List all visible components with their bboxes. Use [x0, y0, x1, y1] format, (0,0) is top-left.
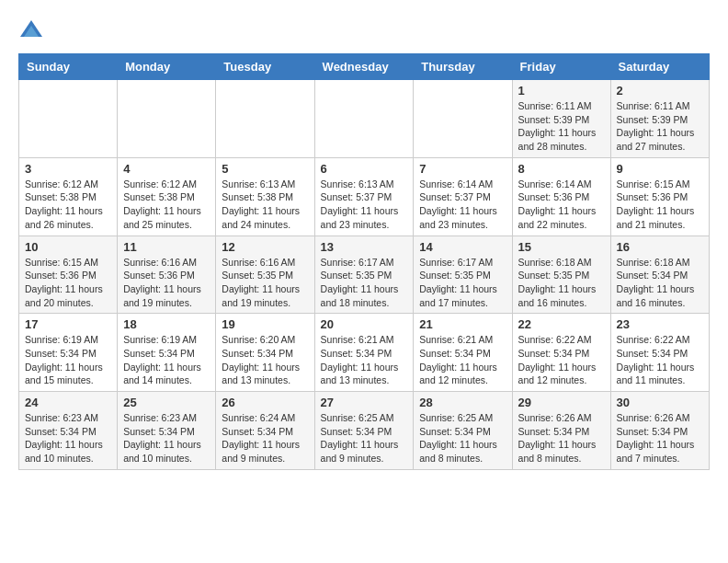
day-detail: Sunrise: 6:18 AM Sunset: 5:34 PM Dayligh… — [617, 256, 703, 310]
calendar-day-12: 12Sunrise: 6:16 AM Sunset: 5:35 PM Dayli… — [216, 236, 314, 314]
day-detail: Sunrise: 6:17 AM Sunset: 5:35 PM Dayligh… — [419, 256, 506, 310]
day-number: 8 — [518, 162, 605, 176]
calendar-day-15: 15Sunrise: 6:18 AM Sunset: 5:35 PM Dayli… — [512, 236, 610, 314]
day-detail: Sunrise: 6:14 AM Sunset: 5:37 PM Dayligh… — [419, 178, 506, 232]
day-detail: Sunrise: 6:24 AM Sunset: 5:34 PM Dayligh… — [222, 411, 308, 465]
calendar-empty-cell — [19, 80, 118, 158]
day-number: 9 — [617, 162, 703, 176]
calendar-day-1: 1Sunrise: 6:11 AM Sunset: 5:39 PM Daylig… — [512, 80, 610, 158]
calendar-day-2: 2Sunrise: 6:11 AM Sunset: 5:39 PM Daylig… — [610, 80, 709, 158]
calendar-table: SundayMondayTuesdayWednesdayThursdayFrid… — [18, 53, 710, 470]
calendar-empty-cell — [216, 80, 314, 158]
calendar-week-row: 10Sunrise: 6:15 AM Sunset: 5:36 PM Dayli… — [19, 236, 710, 314]
day-number: 19 — [222, 317, 308, 331]
day-detail: Sunrise: 6:25 AM Sunset: 5:34 PM Dayligh… — [321, 411, 408, 465]
day-detail: Sunrise: 6:12 AM Sunset: 5:38 PM Dayligh… — [25, 178, 111, 232]
calendar-day-21: 21Sunrise: 6:21 AM Sunset: 5:34 PM Dayli… — [414, 314, 512, 392]
day-number: 21 — [419, 317, 506, 331]
day-number: 11 — [123, 240, 210, 254]
day-detail: Sunrise: 6:21 AM Sunset: 5:34 PM Dayligh… — [419, 333, 506, 387]
day-number: 23 — [617, 317, 703, 331]
calendar-day-23: 23Sunrise: 6:22 AM Sunset: 5:34 PM Dayli… — [610, 314, 709, 392]
logo-icon — [18, 18, 44, 44]
day-detail: Sunrise: 6:14 AM Sunset: 5:36 PM Dayligh… — [518, 178, 605, 232]
logo — [18, 18, 50, 44]
calendar-day-26: 26Sunrise: 6:24 AM Sunset: 5:34 PM Dayli… — [216, 392, 314, 470]
calendar-day-10: 10Sunrise: 6:15 AM Sunset: 5:36 PM Dayli… — [19, 236, 118, 314]
calendar-empty-cell — [414, 80, 512, 158]
day-number: 2 — [617, 84, 703, 98]
calendar-day-11: 11Sunrise: 6:16 AM Sunset: 5:36 PM Dayli… — [118, 236, 216, 314]
day-number: 22 — [518, 317, 605, 331]
day-detail: Sunrise: 6:26 AM Sunset: 5:34 PM Dayligh… — [518, 411, 605, 465]
day-number: 29 — [518, 396, 605, 409]
calendar-day-4: 4Sunrise: 6:12 AM Sunset: 5:38 PM Daylig… — [118, 157, 216, 236]
calendar-week-row: 17Sunrise: 6:19 AM Sunset: 5:34 PM Dayli… — [19, 314, 710, 392]
day-number: 3 — [25, 162, 111, 176]
calendar-day-14: 14Sunrise: 6:17 AM Sunset: 5:35 PM Dayli… — [414, 236, 512, 314]
day-number: 27 — [321, 396, 408, 409]
day-detail: Sunrise: 6:19 AM Sunset: 5:34 PM Dayligh… — [123, 333, 210, 387]
day-detail: Sunrise: 6:22 AM Sunset: 5:34 PM Dayligh… — [617, 333, 703, 387]
day-detail: Sunrise: 6:20 AM Sunset: 5:34 PM Dayligh… — [222, 333, 308, 387]
day-detail: Sunrise: 6:26 AM Sunset: 5:34 PM Dayligh… — [617, 411, 703, 465]
day-number: 18 — [123, 317, 210, 331]
day-detail: Sunrise: 6:21 AM Sunset: 5:34 PM Dayligh… — [321, 333, 408, 387]
day-number: 25 — [123, 396, 210, 409]
day-number: 10 — [25, 240, 111, 254]
day-detail: Sunrise: 6:17 AM Sunset: 5:35 PM Dayligh… — [321, 256, 408, 310]
day-number: 14 — [419, 240, 506, 254]
day-number: 13 — [321, 240, 408, 254]
weekday-header-friday: Friday — [512, 54, 610, 80]
calendar-day-16: 16Sunrise: 6:18 AM Sunset: 5:34 PM Dayli… — [610, 236, 709, 314]
calendar-day-18: 18Sunrise: 6:19 AM Sunset: 5:34 PM Dayli… — [118, 314, 216, 392]
calendar-week-row: 24Sunrise: 6:23 AM Sunset: 5:34 PM Dayli… — [19, 392, 710, 470]
calendar-day-24: 24Sunrise: 6:23 AM Sunset: 5:34 PM Dayli… — [19, 392, 118, 470]
day-number: 30 — [617, 396, 703, 409]
day-detail: Sunrise: 6:16 AM Sunset: 5:35 PM Dayligh… — [222, 256, 308, 310]
weekday-header-saturday: Saturday — [610, 54, 709, 80]
calendar-day-17: 17Sunrise: 6:19 AM Sunset: 5:34 PM Dayli… — [19, 314, 118, 392]
weekday-header-row: SundayMondayTuesdayWednesdayThursdayFrid… — [19, 54, 710, 80]
day-number: 6 — [321, 162, 408, 176]
day-detail: Sunrise: 6:25 AM Sunset: 5:34 PM Dayligh… — [419, 411, 506, 465]
day-number: 15 — [518, 240, 605, 254]
day-detail: Sunrise: 6:18 AM Sunset: 5:35 PM Dayligh… — [518, 256, 605, 310]
day-detail: Sunrise: 6:22 AM Sunset: 5:34 PM Dayligh… — [518, 333, 605, 387]
calendar-day-19: 19Sunrise: 6:20 AM Sunset: 5:34 PM Dayli… — [216, 314, 314, 392]
weekday-header-thursday: Thursday — [414, 54, 512, 80]
day-detail: Sunrise: 6:13 AM Sunset: 5:38 PM Dayligh… — [222, 178, 308, 232]
day-number: 20 — [321, 317, 408, 331]
day-number: 16 — [617, 240, 703, 254]
calendar-empty-cell — [314, 80, 414, 158]
day-number: 17 — [25, 317, 111, 331]
day-detail: Sunrise: 6:15 AM Sunset: 5:36 PM Dayligh… — [617, 178, 703, 232]
calendar-day-28: 28Sunrise: 6:25 AM Sunset: 5:34 PM Dayli… — [414, 392, 512, 470]
calendar-day-6: 6Sunrise: 6:13 AM Sunset: 5:37 PM Daylig… — [314, 157, 414, 236]
day-number: 28 — [419, 396, 506, 409]
page-header — [18, 18, 710, 44]
calendar-week-row: 1Sunrise: 6:11 AM Sunset: 5:39 PM Daylig… — [19, 80, 710, 158]
weekday-header-monday: Monday — [118, 54, 216, 80]
day-detail: Sunrise: 6:11 AM Sunset: 5:39 PM Dayligh… — [518, 99, 605, 154]
day-detail: Sunrise: 6:23 AM Sunset: 5:34 PM Dayligh… — [123, 411, 210, 465]
day-detail: Sunrise: 6:16 AM Sunset: 5:36 PM Dayligh… — [123, 256, 210, 310]
day-number: 5 — [222, 162, 308, 176]
day-detail: Sunrise: 6:19 AM Sunset: 5:34 PM Dayligh… — [25, 333, 111, 387]
calendar-day-7: 7Sunrise: 6:14 AM Sunset: 5:37 PM Daylig… — [414, 157, 512, 236]
calendar-day-5: 5Sunrise: 6:13 AM Sunset: 5:38 PM Daylig… — [216, 157, 314, 236]
day-number: 4 — [123, 162, 210, 176]
calendar-day-13: 13Sunrise: 6:17 AM Sunset: 5:35 PM Dayli… — [314, 236, 414, 314]
calendar-empty-cell — [118, 80, 216, 158]
calendar-day-27: 27Sunrise: 6:25 AM Sunset: 5:34 PM Dayli… — [314, 392, 414, 470]
calendar-day-30: 30Sunrise: 6:26 AM Sunset: 5:34 PM Dayli… — [610, 392, 709, 470]
day-number: 24 — [25, 396, 111, 409]
calendar-day-25: 25Sunrise: 6:23 AM Sunset: 5:34 PM Dayli… — [118, 392, 216, 470]
weekday-header-sunday: Sunday — [19, 54, 118, 80]
day-detail: Sunrise: 6:11 AM Sunset: 5:39 PM Dayligh… — [617, 99, 703, 154]
day-detail: Sunrise: 6:23 AM Sunset: 5:34 PM Dayligh… — [25, 411, 111, 465]
day-number: 26 — [222, 396, 308, 409]
weekday-header-wednesday: Wednesday — [314, 54, 414, 80]
day-number: 1 — [518, 84, 605, 98]
day-detail: Sunrise: 6:15 AM Sunset: 5:36 PM Dayligh… — [25, 256, 111, 310]
